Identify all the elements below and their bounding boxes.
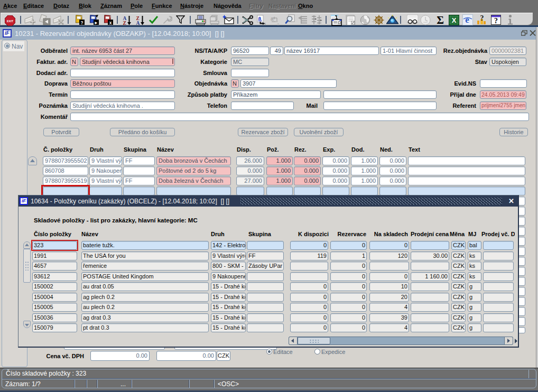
svg-text:x: x bbox=[109, 20, 112, 25]
svg-text:e: e bbox=[465, 15, 469, 25]
svg-text:a: a bbox=[258, 15, 262, 21]
svg-text:A: A bbox=[136, 21, 140, 25]
svg-text:►: ► bbox=[94, 20, 98, 25]
svg-text:a: a bbox=[264, 21, 266, 25]
svg-text:Z: Z bbox=[136, 16, 140, 21]
svg-text:Z: Z bbox=[123, 21, 126, 25]
svg-text:a: a bbox=[271, 16, 274, 22]
svg-text:Σ: Σ bbox=[437, 14, 444, 25]
svg-text:?: ? bbox=[480, 14, 484, 22]
svg-text:EXIT: EXIT bbox=[7, 20, 14, 23]
svg-text:a: a bbox=[277, 22, 280, 25]
svg-text:1315: 1315 bbox=[423, 22, 428, 24]
svg-text:X: X bbox=[452, 16, 457, 24]
svg-text:?: ? bbox=[80, 20, 83, 25]
svg-text:A: A bbox=[123, 16, 127, 21]
svg-text:?: ? bbox=[494, 17, 498, 25]
